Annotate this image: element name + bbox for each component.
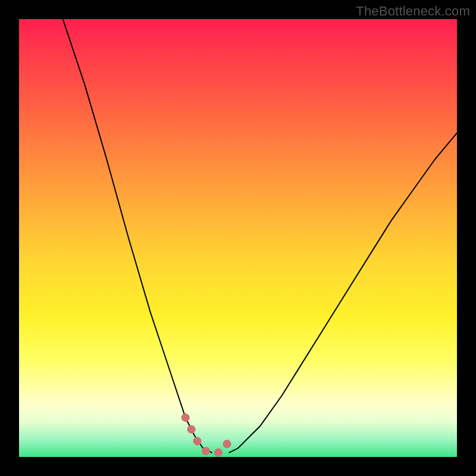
marker-curve-path <box>186 418 230 453</box>
chart-frame: TheBottleneck.com <box>0 0 476 476</box>
watermark-text: TheBottleneck.com <box>356 4 470 19</box>
bottleneck-curve-left-path <box>63 19 212 453</box>
curve-layer <box>19 19 457 457</box>
bottleneck-curve-right-path <box>229 133 457 452</box>
plot-area <box>19 19 457 457</box>
